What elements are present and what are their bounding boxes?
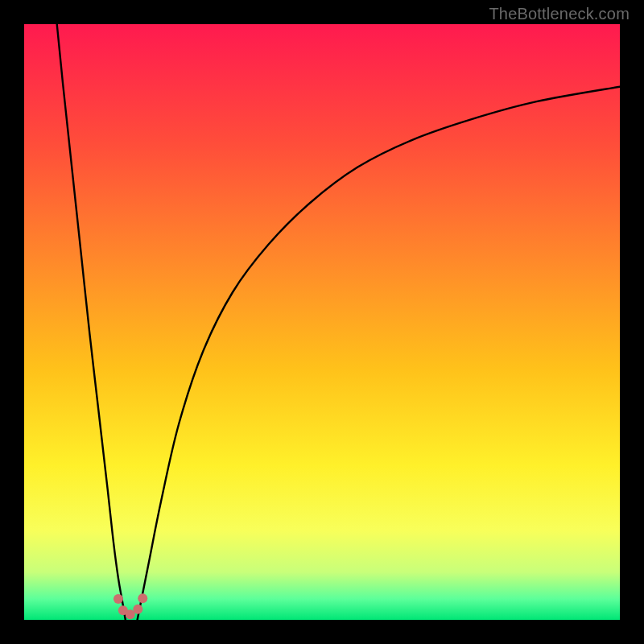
chart-frame: TheBottleneck.com	[0, 0, 644, 644]
series-left-branch	[57, 24, 126, 620]
watermark-text: TheBottleneck.com	[489, 5, 630, 23]
plot-area	[24, 24, 620, 620]
series-right-branch	[138, 87, 620, 620]
marker-point	[114, 594, 123, 604]
marker-point	[133, 605, 142, 614]
marker-point	[138, 593, 147, 603]
chart-curve	[24, 24, 620, 620]
marker-group	[114, 593, 147, 619]
